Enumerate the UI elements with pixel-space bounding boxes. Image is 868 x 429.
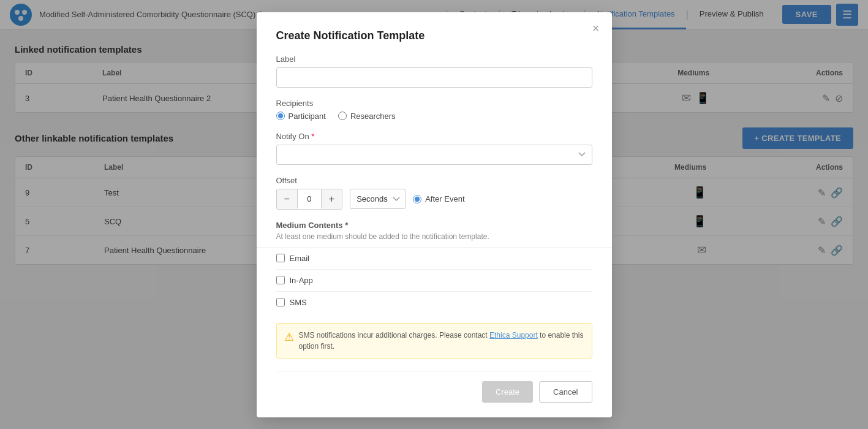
- label-input[interactable]: [276, 67, 592, 88]
- sms-checkbox[interactable]: [276, 298, 285, 306]
- modal-footer: Create Cancel: [276, 371, 592, 403]
- stepper-plus-button[interactable]: +: [322, 189, 342, 209]
- stepper-minus-button[interactable]: −: [277, 189, 297, 209]
- inapp-checkbox[interactable]: [276, 276, 285, 284]
- notify-on-label: Notify On *: [276, 132, 592, 141]
- medium-contents-label: Medium Contents *: [276, 221, 592, 230]
- sms-checkbox-label[interactable]: SMS: [290, 298, 307, 307]
- cancel-button[interactable]: Cancel: [539, 381, 592, 403]
- modal-close-button[interactable]: ×: [592, 22, 600, 34]
- inapp-checkbox-label[interactable]: In-App: [290, 276, 313, 285]
- modal-overlay: Create Notification Template × Label Rec…: [0, 0, 868, 429]
- email-checkbox[interactable]: [276, 254, 285, 262]
- medium-contents-section: Medium Contents * At least one medium sh…: [276, 221, 592, 313]
- warning-text: SMS notifications incur additional charg…: [299, 330, 584, 352]
- recipients-radio-group: Participant Researchers: [276, 112, 592, 121]
- after-event-label[interactable]: After Event: [425, 194, 464, 203]
- email-checkbox-label[interactable]: Email: [290, 254, 310, 263]
- offset-stepper: − 0 +: [276, 189, 343, 210]
- offset-label: Offset: [276, 176, 592, 185]
- create-notification-modal: Create Notification Template × Label Rec…: [257, 12, 612, 417]
- recipient-researchers[interactable]: Researchers: [338, 112, 396, 121]
- modal-title: Create Notification Template: [276, 29, 592, 42]
- after-event-radio[interactable]: After Event: [413, 194, 464, 203]
- notify-on-select[interactable]: [276, 145, 592, 165]
- researchers-label[interactable]: Researchers: [350, 112, 396, 121]
- offset-unit-select[interactable]: Seconds Minutes Hours Days: [350, 189, 406, 209]
- offset-row: − 0 + Seconds Minutes Hours Days After E…: [276, 189, 592, 210]
- offset-form-group: Offset − 0 + Seconds Minutes Hours Days …: [276, 176, 592, 210]
- warning-icon: ⚠: [284, 330, 294, 344]
- participant-label[interactable]: Participant: [289, 112, 326, 121]
- recipient-participant[interactable]: Participant: [276, 112, 326, 121]
- inapp-checkbox-row[interactable]: In-App: [276, 270, 592, 292]
- label-field-label: Label: [276, 55, 592, 64]
- label-form-group: Label: [276, 55, 592, 88]
- sms-checkbox-row[interactable]: SMS: [276, 292, 592, 313]
- email-checkbox-row[interactable]: Email: [276, 248, 592, 270]
- recipients-form-group: Recipients Participant Researchers: [276, 99, 592, 121]
- ethica-support-link[interactable]: Ethica Support: [489, 331, 538, 340]
- stepper-value: 0: [297, 189, 322, 208]
- medium-hint: At least one medium should be added to t…: [276, 232, 592, 241]
- notify-on-form-group: Notify On *: [276, 132, 592, 165]
- create-button[interactable]: Create: [482, 381, 533, 403]
- recipients-label: Recipients: [276, 99, 592, 108]
- sms-warning-banner: ⚠ SMS notifications incur additional cha…: [276, 323, 592, 359]
